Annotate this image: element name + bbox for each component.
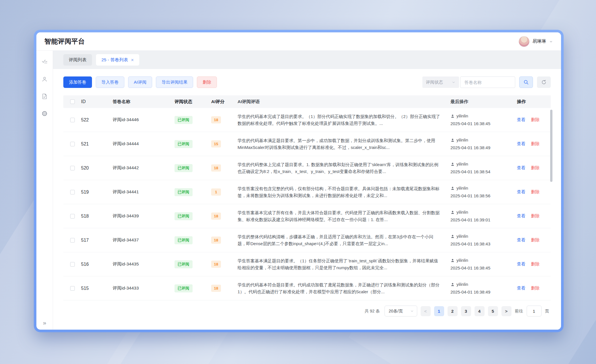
app-card: 智能评阅平台 易琳琳 [36, 32, 561, 330]
export-results-button[interactable]: 导出评阅结果 [156, 76, 193, 88]
table-row: 519 评阅id-34441 已评阅 1 学生答案没有包含完整的代码，仅有部分结… [63, 180, 551, 204]
sidebar-item-review-list[interactable] [41, 58, 48, 66]
search-button[interactable] [519, 76, 533, 88]
pagination-prev-button[interactable]: < [421, 306, 431, 316]
view-link[interactable]: 查看 [517, 117, 526, 123]
row-operator: yilinlin [456, 208, 468, 216]
row-name: 评阅id-34444 [113, 141, 175, 147]
table-row: 516 评阅id-34435 已评阅 18 学生答案基本满足题目的要求。（1）任… [63, 252, 551, 276]
sidebar: » [36, 51, 53, 330]
row-operator: yilinlin [456, 136, 468, 144]
status-badge: 已评阅 [175, 284, 193, 292]
pagination-next-button[interactable]: > [501, 306, 511, 316]
table-row: 518 评阅id-34439 已评阅 18 学生答案基本完成了所有任务，并且大体… [63, 204, 551, 228]
toolbar-filters: 评阅状态 [422, 76, 551, 88]
delete-link[interactable]: 删除 [531, 286, 540, 291]
row-last-op: yilinlin 2025-04-01 16:38:49 [450, 136, 517, 151]
row-checkbox[interactable] [70, 190, 75, 194]
search-input[interactable] [460, 76, 515, 88]
row-name: 评阅id-34435 [113, 261, 175, 267]
chevron-down-icon [452, 80, 456, 84]
sidebar-expand-icon[interactable]: » [43, 320, 46, 326]
table-row: 515 评阅id-34433 已评阅 18 学生的代码基本符合题目要求。代码成功… [63, 276, 551, 300]
pagination-page-2[interactable]: 2 [448, 306, 458, 316]
row-checkbox[interactable] [70, 286, 75, 291]
row-checkbox[interactable] [70, 118, 75, 122]
view-link[interactable]: 查看 [517, 213, 526, 219]
pagination-goto-input[interactable] [527, 306, 542, 316]
import-answer-button[interactable]: 导入答卷 [96, 76, 124, 88]
avatar[interactable] [519, 36, 530, 47]
person-icon [450, 210, 455, 215]
delete-link[interactable]: 删除 [531, 237, 540, 243]
row-checkbox[interactable] [70, 166, 75, 170]
delete-link[interactable]: 删除 [531, 213, 540, 219]
pagination-page-4[interactable]: 4 [475, 306, 485, 316]
delete-link[interactable]: 删除 [531, 165, 540, 171]
user-name: 易琳琳 [532, 38, 546, 44]
delete-link[interactable]: 删除 [531, 261, 540, 267]
status-filter-select[interactable]: 评阅状态 [422, 76, 459, 88]
app-body: » 评阅列表 25 - 答卷列表 × 添加答卷 [36, 51, 561, 330]
tab-label: 评阅列表 [69, 57, 87, 63]
view-link[interactable]: 查看 [517, 261, 526, 267]
sidebar-item-users[interactable] [41, 75, 48, 83]
row-checkbox[interactable] [70, 214, 75, 219]
table-scrollbar [550, 108, 552, 299]
ai-review-button[interactable]: AI评阅 [128, 76, 152, 88]
tab-answer-list[interactable]: 25 - 答卷列表 × [96, 54, 139, 66]
close-icon[interactable]: × [131, 58, 134, 62]
add-answer-button[interactable]: 添加答卷 [63, 76, 92, 88]
table-row: 521 评阅id-34444 已评阅 15 学生的代码基本满足题目要求。第一步中… [63, 132, 551, 156]
row-id: 519 [81, 190, 113, 195]
scrollbar-thumb[interactable] [550, 110, 552, 182]
row-checkbox[interactable] [70, 238, 75, 243]
row-last-op: yilinlin 2025-04-01 16:39:01 [450, 208, 517, 224]
row-time: 2025-04-01 16:38:43 [450, 240, 517, 248]
pagination-page-1[interactable]: 1 [434, 306, 444, 316]
refresh-button[interactable] [537, 76, 551, 88]
row-last-op: yilinlin 2025-04-01 16:38:49 [450, 281, 517, 296]
select-all-checkbox[interactable] [70, 99, 75, 104]
pagination-page-3[interactable]: 3 [461, 306, 471, 316]
row-operator: yilinlin [456, 281, 468, 288]
row-last-op: yilinlin 2025-04-01 16:38:54 [450, 160, 517, 176]
toolbar: 添加答卷 导入答卷 AI评阅 导出评阅结果 删除 评阅状态 [63, 76, 551, 88]
score-badge: 18 [211, 237, 221, 244]
app-header: 智能评阅平台 易琳琳 [36, 32, 561, 51]
user-icon [41, 76, 48, 82]
table-row: 522 评阅id-34446 已评阅 18 学生的代码基本完成了题目的要求。（1… [63, 108, 551, 132]
row-time: 2025-04-01 16:38:49 [450, 144, 517, 151]
person-icon [450, 138, 455, 142]
page-size-select[interactable]: 20条/页 [385, 306, 417, 316]
row-last-op: yilinlin 2025-04-01 16:38:45 [450, 112, 517, 127]
sidebar-item-documents[interactable] [41, 93, 48, 100]
delete-link[interactable]: 删除 [531, 117, 540, 123]
row-id: 520 [81, 166, 113, 171]
view-link[interactable]: 查看 [517, 286, 526, 291]
status-badge: 已评阅 [175, 236, 193, 244]
row-time: 2025-04-01 16:38:45 [450, 264, 517, 272]
user-menu[interactable]: 易琳琳 [519, 36, 553, 47]
delete-link[interactable]: 删除 [531, 141, 540, 147]
delete-link[interactable]: 删除 [531, 189, 540, 195]
row-checkbox[interactable] [70, 142, 75, 146]
sidebar-item-settings[interactable] [41, 110, 48, 117]
score-badge: 15 [211, 140, 221, 147]
header-score: AI评分 [211, 99, 238, 105]
row-time: 2025-04-01 16:38:49 [450, 288, 517, 296]
view-link[interactable]: 查看 [517, 165, 526, 171]
row-last-op: yilinlin 2025-04-01 16:38:43 [450, 233, 517, 248]
view-link[interactable]: 查看 [517, 189, 526, 195]
tab-review-list[interactable]: 评阅列表 [63, 54, 92, 66]
chevron-down-icon [410, 309, 414, 313]
tabs-bar: 评阅列表 25 - 答卷列表 × [53, 51, 561, 69]
row-checkbox[interactable] [70, 262, 75, 267]
row-comment: 学生的整体代码结构清晰，步骤基本正确，并且适用了正确的库和方法。然而，在第3步中… [238, 233, 442, 247]
table-row: 517 评阅id-34437 已评阅 18 学生的整体代码结构清晰，步骤基本正确… [63, 228, 551, 252]
row-operator: yilinlin [456, 184, 468, 192]
view-link[interactable]: 查看 [517, 141, 526, 147]
delete-button[interactable]: 删除 [197, 76, 217, 88]
pagination-page-5[interactable]: 5 [488, 306, 498, 316]
view-link[interactable]: 查看 [517, 237, 526, 243]
